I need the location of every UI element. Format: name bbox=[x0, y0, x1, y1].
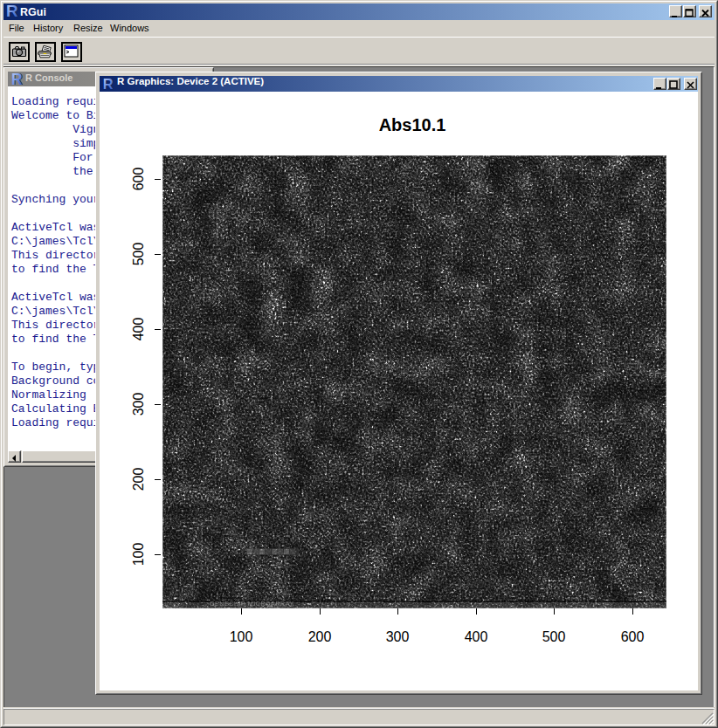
svg-text:R: R bbox=[6, 3, 18, 17]
svg-text:R: R bbox=[11, 72, 23, 86]
svg-text:GENECHIP MICROARRAY: GENECHIP MICROARRAY bbox=[210, 601, 294, 607]
svg-text:R: R bbox=[103, 78, 114, 90]
